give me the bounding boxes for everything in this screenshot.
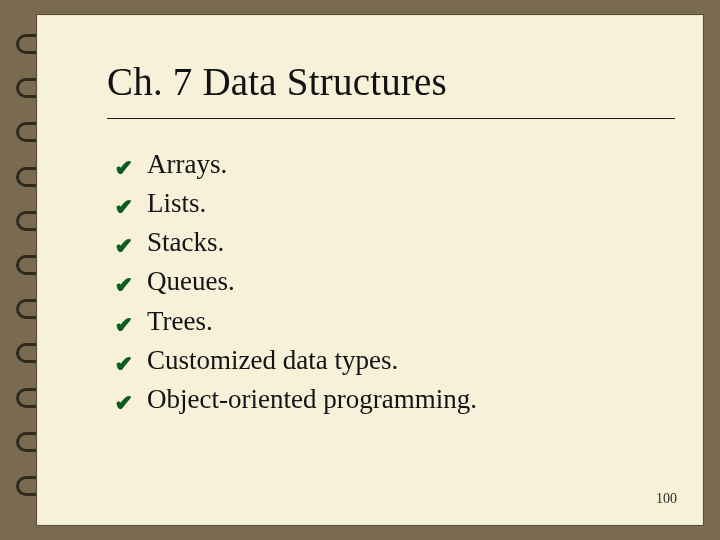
slide-content: Ch. 7 Data Structures Arrays. Lists. Sta… (107, 59, 675, 505)
checkmark-icon (115, 274, 135, 296)
bullet-text: Arrays. (147, 145, 227, 184)
list-item: Queues. (115, 262, 675, 301)
checkmark-icon (115, 392, 135, 414)
list-item: Customized data types. (115, 341, 675, 380)
checkmark-icon (115, 314, 135, 336)
slide-title: Ch. 7 Data Structures (107, 59, 675, 119)
checkmark-icon (115, 353, 135, 375)
list-item: Lists. (115, 184, 675, 223)
bullet-list: Arrays. Lists. Stacks. Queues. Trees. Cu… (107, 145, 675, 419)
bullet-text: Trees. (147, 302, 213, 341)
list-item: Trees. (115, 302, 675, 341)
bullet-text: Queues. (147, 262, 235, 301)
bullet-text: Lists. (147, 184, 206, 223)
checkmark-icon (115, 235, 135, 257)
list-item: Arrays. (115, 145, 675, 184)
bullet-text: Customized data types. (147, 341, 398, 380)
checkmark-icon (115, 157, 135, 179)
checkmark-icon (115, 196, 135, 218)
list-item: Object-oriented programming. (115, 380, 675, 419)
bullet-text: Stacks. (147, 223, 224, 262)
bullet-text: Object-oriented programming. (147, 380, 477, 419)
list-item: Stacks. (115, 223, 675, 262)
page-number: 100 (656, 491, 677, 507)
slide: Ch. 7 Data Structures Arrays. Lists. Sta… (36, 14, 704, 526)
